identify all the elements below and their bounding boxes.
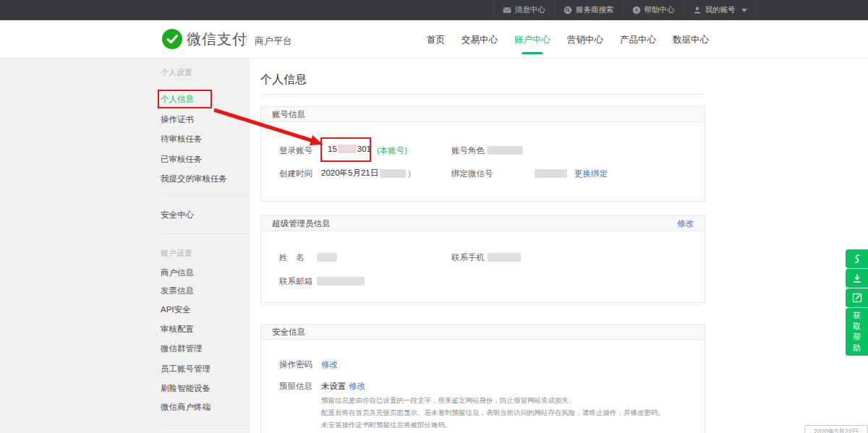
nav-transaction-center[interactable]: 交易中心	[461, 34, 498, 52]
note-line: 预留信息是由你自己设置的一段文字，用来鉴定网站身份，防止假冒网站造成损失。	[321, 394, 702, 406]
modify-admin-link[interactable]: 修改	[677, 216, 694, 231]
wechat-pay-logo[interactable]	[162, 29, 182, 49]
user-icon	[693, 6, 702, 14]
login-account-suffix: 301	[357, 145, 371, 153]
reserved-info-label: 预留信息	[279, 381, 312, 392]
sidebar-item-pending-review-tasks[interactable]: 待审核任务	[161, 134, 250, 144]
account-info-panel: 账号信息 登录账号 15 301 (本账号) 账号角色 创建时间 2020年5月…	[260, 106, 705, 202]
bound-wechat-label: 绑定微信号	[451, 168, 493, 179]
login-account-redacted	[338, 145, 357, 153]
created-time-value: 2020年5月21日 )	[321, 168, 411, 179]
nav-account-center[interactable]: 账户中心	[514, 34, 550, 52]
created-time-text: 2020年5月21日	[321, 168, 378, 179]
modify-password-link[interactable]: 修改	[321, 359, 338, 370]
sidebar-item-merchant-info[interactable]: 商户信息	[161, 267, 250, 278]
login-account-prefix: 15	[328, 145, 337, 153]
get-help-button[interactable]: 获取帮助	[846, 308, 868, 356]
topbar-item-label: 服务商搜索	[576, 5, 614, 15]
topbar-item-label: 消息中心	[515, 5, 545, 15]
float-toolbar: 获取帮助	[846, 249, 868, 356]
contact-email-label: 联系邮箱	[279, 276, 312, 287]
note-line: 配置后将在首页及充值页面显示。若未看到预留信息，表明当前访问的网站存在风险，请终…	[321, 406, 702, 419]
topbar-item-label: 我的账号	[705, 5, 736, 15]
question-circle-icon: ?	[632, 6, 641, 14]
reserved-info-status: 未设置	[321, 381, 346, 392]
modify-reserved-link[interactable]: 修改	[349, 381, 365, 392]
topbar-item-my-account[interactable]: 我的账号	[684, 0, 757, 20]
name-label: 姓 名	[279, 252, 305, 263]
created-time-redacted	[380, 169, 406, 178]
contact-phone-label: 联系手机	[451, 252, 485, 263]
nav-data-center[interactable]: 数据中心	[673, 34, 709, 52]
security-info-header: 安全信息	[261, 325, 705, 340]
check-icon	[162, 29, 182, 49]
name-redacted	[317, 253, 337, 262]
nav-marketing-center[interactable]: 营销中心	[567, 34, 603, 52]
caret-down-icon	[741, 9, 747, 12]
download-button[interactable]	[846, 269, 868, 288]
operation-password-label: 操作密码	[279, 359, 312, 370]
sidebar-divider	[161, 425, 250, 426]
merchant-platform-page: 消息中心 服务商搜索 ? 帮助中心	[0, 0, 868, 433]
main-nav: 首页 交易中心 账户中心 营销中心 产品中心 数据中心	[427, 34, 709, 52]
topbar-item-help-center[interactable]: ? 帮助中心	[624, 0, 684, 20]
contact-phone-redacted	[488, 253, 521, 262]
super-admin-panel: 超级管理员信息 修改 姓 名 联系手机 联系邮箱	[260, 215, 705, 303]
topbar-item-label: 帮助中心	[644, 5, 675, 15]
sidebar-item-wechat-group-mgmt[interactable]: 微信群管理	[161, 343, 250, 353]
current-account-tag: (本账号)	[377, 145, 407, 156]
security-info-panel: 安全信息 操作密码 修改 预留信息 未设置 修改 预留信息是由你自己设置的一段文…	[260, 324, 705, 433]
account-role-redacted	[487, 146, 523, 155]
date-tooltip: 2020年5月22日	[804, 425, 868, 433]
created-time-paren: )	[408, 169, 411, 178]
sidebar-item-personal-info[interactable]: 个人信息	[161, 94, 250, 104]
super-admin-title: 超级管理员信息	[272, 219, 331, 228]
sidebar-group-personal-settings: 个人设置	[161, 67, 250, 77]
envelope-icon	[503, 6, 511, 14]
download-icon	[852, 273, 862, 283]
page-title: 个人信息	[260, 72, 307, 87]
login-account-value: 15 301	[328, 145, 371, 153]
sidebar-item-api-security[interactable]: API安全	[161, 304, 250, 314]
sidebar-item-wechat-merchant-terminal[interactable]: 微信商户终端	[161, 402, 250, 412]
sidebar-group-account-settings: 账户设置	[161, 248, 250, 258]
note-line: 未安装操作证书时预留信息将被部分掩码。	[321, 419, 702, 431]
sidebar-item-my-submitted-tasks[interactable]: 我提交的审核任务	[161, 173, 250, 184]
topbar-item-provider-search[interactable]: 服务商搜索	[555, 0, 624, 20]
search-circle-icon	[563, 6, 572, 14]
sidebar-item-staff-account-mgmt[interactable]: 员工账号管理	[161, 364, 250, 374]
contact-email-redacted	[317, 277, 365, 286]
topbar: 消息中心 服务商搜索 ? 帮助中心	[0, 0, 868, 20]
login-account-label: 登录账号	[279, 145, 312, 156]
account-info-header: 账号信息	[261, 107, 705, 122]
nav-home[interactable]: 首页	[427, 34, 445, 52]
edit-icon	[852, 293, 862, 303]
brand-divider	[246, 33, 247, 46]
get-help-label: 获取帮助	[853, 310, 861, 353]
title-divider	[260, 94, 705, 95]
reserved-info-notes: 预留信息是由你自己设置的一段文字，用来鉴定网站身份，防止假冒网站造成损失。 配置…	[321, 394, 702, 431]
sidebar-item-security-center[interactable]: 安全中心	[161, 210, 250, 220]
contact-phone-button[interactable]	[846, 249, 868, 268]
sidebar-item-review-config[interactable]: 审核配置	[161, 324, 250, 334]
sidebar-item-invoice-info[interactable]: 发票信息	[161, 286, 250, 296]
change-binding-link[interactable]: 更换绑定	[574, 168, 608, 179]
bound-wechat-redacted	[535, 169, 567, 178]
brand-title: 微信支付	[187, 30, 247, 49]
sidebar-divider	[161, 233, 250, 234]
topbar-item-message-center[interactable]: 消息中心	[493, 0, 555, 20]
created-time-label: 创建时间	[279, 168, 312, 179]
svg-text:?: ?	[634, 8, 637, 14]
account-role-label: 账号角色	[451, 145, 485, 156]
sidebar-item-reviewed-tasks[interactable]: 已审核任务	[161, 154, 250, 164]
super-admin-header: 超级管理员信息 修改	[261, 216, 705, 231]
phone-icon	[852, 254, 862, 264]
header: 微信支付 商户平台 首页 交易中心 账户中心 营销中心 产品中心 数据中心	[0, 20, 868, 59]
nav-product-center[interactable]: 产品中心	[620, 34, 656, 52]
sidebar-divider	[161, 195, 250, 196]
sidebar-item-face-smart-device[interactable]: 刷脸智能设备	[161, 383, 250, 393]
topbar-menu: 消息中心 服务商搜索 ? 帮助中心	[493, 0, 757, 20]
platform-subtitle: 商户平台	[255, 35, 292, 48]
sidebar-item-operation-certificate[interactable]: 操作证书	[161, 114, 250, 124]
feedback-button[interactable]	[846, 288, 868, 307]
